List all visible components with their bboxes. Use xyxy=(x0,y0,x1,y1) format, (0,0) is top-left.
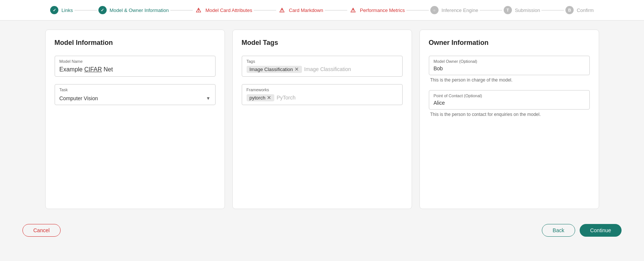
model-owner-label: Model Owner (Optional) xyxy=(434,59,477,64)
stepper: ✓ Links ✓ Model & Owner Information ⚠ Mo… xyxy=(0,0,644,21)
step-model-owner[interactable]: ✓ Model & Owner Information xyxy=(98,6,169,14)
step-label-links: Links xyxy=(61,7,73,13)
step-submission[interactable]: T Submission xyxy=(504,6,540,14)
step-connector-4 xyxy=(325,10,347,10)
step-label-inference: Inference Engine xyxy=(442,7,478,13)
step-icon-model-card: ⚠ xyxy=(194,6,202,14)
step-icon-links: ✓ xyxy=(50,6,58,14)
step-links[interactable]: ✓ Links xyxy=(50,6,73,14)
point-of-contact-field[interactable]: Point of Contact (Optional) Alice xyxy=(429,90,590,110)
model-name-field-group: Model Name Example CIFAR Net xyxy=(55,56,216,77)
tags-content: Image Classification ✕ xyxy=(247,66,370,73)
step-icon-model-owner: ✓ xyxy=(98,6,107,14)
tag-remove-icon[interactable]: ✕ xyxy=(294,67,299,72)
footer-left: Cancel xyxy=(22,224,61,237)
step-connector-1 xyxy=(74,10,97,10)
model-information-title: Model Information xyxy=(55,39,216,47)
task-dropdown-icon: ▼ xyxy=(206,96,211,101)
step-icon-inference: ○ xyxy=(430,6,439,14)
frameworks-field[interactable]: Frameworks pytorch ✕ xyxy=(242,84,403,105)
step-performance[interactable]: ⚠ Performance Metrics xyxy=(349,6,405,14)
tag-chip-label: Image Classification xyxy=(250,67,293,72)
model-owner-value: Bob xyxy=(434,65,443,71)
step-icon-performance: ⚠ xyxy=(349,6,357,14)
footer: Cancel Back Continue xyxy=(0,218,644,246)
frameworks-field-group: Frameworks pytorch ✕ xyxy=(242,84,403,105)
framework-chip-pytorch[interactable]: pytorch ✕ xyxy=(247,94,275,101)
step-label-card-markdown: Card Markdown xyxy=(289,7,323,13)
framework-remove-icon[interactable]: ✕ xyxy=(267,95,271,100)
back-button[interactable]: Back xyxy=(542,224,575,237)
model-name-field[interactable]: Model Name Example CIFAR Net xyxy=(55,56,216,77)
step-confirm[interactable]: B Confirm xyxy=(565,6,594,14)
owner-information-title: Owner Information xyxy=(429,39,590,47)
owner-information-card: Owner Information Model Owner (Optional)… xyxy=(419,30,599,209)
step-icon-submission: T xyxy=(504,6,512,14)
model-information-card: Model Information Model Name Example CIF… xyxy=(45,30,225,209)
step-connector-2 xyxy=(170,10,193,10)
tags-field[interactable]: Tags Image Classification ✕ xyxy=(242,56,403,77)
step-connector-7 xyxy=(541,10,564,10)
step-icon-card-markdown: ⚠ xyxy=(278,6,286,14)
step-label-model-card: Model Card Attributes xyxy=(205,7,252,13)
task-field-group: Task Computer Vision ▼ xyxy=(55,84,216,105)
step-label-confirm: Confirm xyxy=(577,7,594,13)
model-owner-helper: This is the person in charge of the mode… xyxy=(429,77,590,83)
cancel-button[interactable]: Cancel xyxy=(22,224,61,237)
frameworks-input[interactable] xyxy=(277,95,342,101)
task-field[interactable]: Task Computer Vision ▼ xyxy=(55,84,216,105)
model-name-content: Example CIFAR Net xyxy=(59,64,113,73)
model-owner-field-group: Model Owner (Optional) Bob This is the p… xyxy=(429,56,590,83)
step-card-markdown[interactable]: ⚠ Card Markdown xyxy=(278,6,323,14)
step-icon-confirm: B xyxy=(565,6,574,14)
continue-button[interactable]: Continue xyxy=(580,224,622,237)
step-model-card[interactable]: ⚠ Model Card Attributes xyxy=(194,6,252,14)
step-connector-3 xyxy=(254,10,276,10)
point-of-contact-helper: This is the person to contact for enquir… xyxy=(429,112,590,117)
frameworks-label: Frameworks xyxy=(247,87,269,92)
tags-field-group: Tags Image Classification ✕ xyxy=(242,56,403,77)
main-content: Model Information Model Name Example CIF… xyxy=(0,21,644,218)
step-connector-6 xyxy=(480,10,502,10)
model-owner-field[interactable]: Model Owner (Optional) Bob xyxy=(429,56,590,75)
model-tags-card: Model Tags Tags Image Classification ✕ F… xyxy=(232,30,412,209)
task-content: Computer Vision ▼ xyxy=(59,94,211,101)
point-of-contact-field-group: Point of Contact (Optional) Alice This i… xyxy=(429,90,590,117)
point-of-contact-value: Alice xyxy=(434,100,445,106)
tag-chip-image-classification[interactable]: Image Classification ✕ xyxy=(247,66,302,73)
point-of-contact-content: Alice xyxy=(434,98,445,106)
frameworks-content: pytorch ✕ xyxy=(247,94,342,101)
model-owner-content: Bob xyxy=(434,64,443,71)
model-name-label: Model Name xyxy=(59,59,83,64)
footer-right: Back Continue xyxy=(542,224,622,237)
framework-chip-label: pytorch xyxy=(250,95,266,101)
step-label-model-owner: Model & Owner Information xyxy=(110,7,169,13)
step-label-performance: Performance Metrics xyxy=(360,7,405,13)
model-name-value: Example CIFAR Net xyxy=(59,66,113,73)
step-inference[interactable]: ○ Inference Engine xyxy=(430,6,478,14)
step-label-submission: Submission xyxy=(515,7,540,13)
task-label: Task xyxy=(59,87,68,92)
task-value: Computer Vision xyxy=(59,95,206,101)
tags-input[interactable] xyxy=(304,66,370,72)
point-of-contact-label: Point of Contact (Optional) xyxy=(434,93,482,98)
step-connector-5 xyxy=(406,10,429,10)
model-tags-title: Model Tags xyxy=(242,39,403,47)
tags-label: Tags xyxy=(247,59,255,64)
